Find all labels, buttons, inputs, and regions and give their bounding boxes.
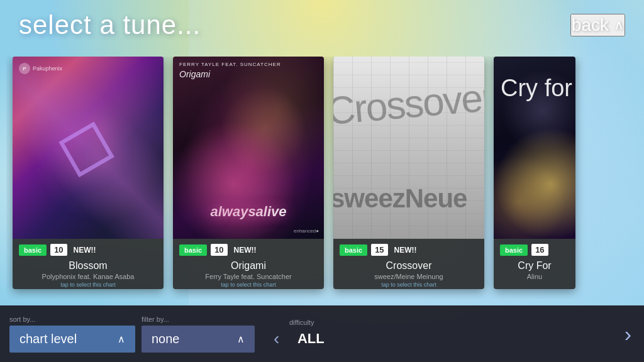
origami-image-title: Origami (179, 69, 210, 79)
difficulty-section: difficulty ‹ ALL (274, 319, 330, 349)
blossom-tap: tap to select this chart (19, 282, 157, 288)
page-title: select a tune... (19, 10, 201, 40)
cry-for-title: Cry For (500, 260, 569, 272)
cry-for-badge-number: 16 (531, 244, 548, 256)
card-blossom-image: P Pakuphenix (13, 57, 164, 239)
crossover-artist: sweez/Meine Meinung (340, 273, 478, 280)
filter-label: filter by... (142, 315, 255, 323)
back-button[interactable]: back ∧ (570, 14, 625, 36)
card-crossover-info: basic 15 NEW!! Crossover sweez/Meine Mei… (333, 239, 484, 289)
cry-for-badge-basic: basic (500, 244, 528, 256)
sort-value: chart level (19, 332, 77, 346)
filter-dropdown[interactable]: none ∧ (142, 326, 255, 353)
crossover-badge-number: 15 (371, 244, 387, 256)
card-blossom-logo: P Pakuphenix (19, 63, 62, 74)
filter-value: none (152, 332, 180, 346)
card-origami-image: FERRY TAYLE FEAT. SUNCATCHER Origami alw… (173, 57, 324, 239)
origami-badge-new: NEW!! (234, 246, 257, 255)
origami-artist: Ferry Tayle feat. Suncatcher (179, 273, 318, 280)
origami-badge-number: 10 (211, 244, 227, 256)
crossover-title: Crossover (340, 260, 478, 272)
card-crossover-image: Crossover sweezNeue (333, 57, 484, 239)
difficulty-nav: ‹ ALL (274, 329, 330, 349)
card-blossom[interactable]: P Pakuphenix basic 10 NEW!! Blossom Poly… (13, 57, 164, 289)
crossover-image-text: Crossover (333, 75, 484, 133)
blossom-badge-basic: basic (19, 244, 47, 256)
blossom-badges: basic 10 NEW!! (19, 244, 157, 256)
origami-sublabel: FERRY TAYLE FEAT. SUNCATCHER (179, 62, 281, 67)
card-crossover[interactable]: Crossover sweezNeue basic 15 NEW!! Cross… (333, 57, 484, 289)
filter-chevron-icon: ∧ (237, 333, 245, 345)
crossover-tap: tap to select this chart (340, 282, 478, 288)
origami-badge-basic: basic (179, 244, 207, 256)
origami-title: Origami (179, 260, 318, 272)
card-origami[interactable]: FERRY TAYLE FEAT. SUNCATCHER Origami alw… (173, 57, 324, 289)
card-cry-for[interactable]: Cry for basic 16 Cry For Alinu (494, 57, 575, 289)
crossover-badges: basic 15 NEW!! (340, 244, 478, 256)
sweez-image-text: sweezNeue (333, 184, 467, 214)
chevron-up-icon: ∧ (614, 17, 624, 33)
back-label: back (572, 15, 609, 35)
sort-chevron-icon: ∧ (118, 333, 125, 345)
card-cry-for-image: Cry for (494, 57, 575, 239)
enhanced-logo: enhanced● (294, 228, 319, 234)
cry-for-image-text: Cry for (501, 75, 572, 102)
origami-tap: tap to select this chart (179, 282, 318, 288)
blossom-title: Blossom (19, 260, 157, 272)
blossom-badge-number: 10 (50, 244, 67, 256)
cry-for-artist: Alinu (500, 273, 569, 280)
pakuphenix-label: Pakuphenix (33, 65, 62, 72)
cards-container: P Pakuphenix basic 10 NEW!! Blossom Poly… (6, 57, 644, 299)
sort-section: sort by... chart level ∧ (9, 315, 135, 353)
origami-badges: basic 10 NEW!! (179, 244, 318, 256)
blossom-badge-new: NEW!! (74, 246, 96, 255)
difficulty-right-arrow[interactable]: › (625, 322, 631, 346)
card-cry-for-info: basic 16 Cry For Alinu (494, 239, 575, 289)
filter-section: filter by... none ∧ (142, 315, 255, 353)
card-origami-info: basic 10 NEW!! Origami Ferry Tayle feat.… (173, 239, 324, 289)
bottom-bar: sort by... chart level ∧ filter by... no… (0, 305, 644, 362)
blossom-artist: Polyphonix feat. Kanae Asaba (19, 273, 157, 280)
crossover-badge-basic: basic (340, 244, 367, 256)
sort-dropdown[interactable]: chart level ∧ (9, 326, 135, 353)
difficulty-left-arrow[interactable]: ‹ (274, 329, 279, 349)
card-blossom-info: basic 10 NEW!! Blossom Polyphonix feat. … (13, 239, 164, 289)
crossover-badge-new: NEW!! (394, 246, 417, 255)
alwaysalive-logo: alwaysalive (210, 204, 286, 220)
difficulty-value: ALL (292, 331, 330, 347)
difficulty-label: difficulty (289, 319, 314, 326)
header: select a tune... back ∧ (0, 0, 644, 50)
pakuphenix-logo-icon: P (19, 63, 30, 74)
cry-for-badges: basic 16 (500, 244, 569, 256)
sort-label: sort by... (9, 315, 135, 323)
